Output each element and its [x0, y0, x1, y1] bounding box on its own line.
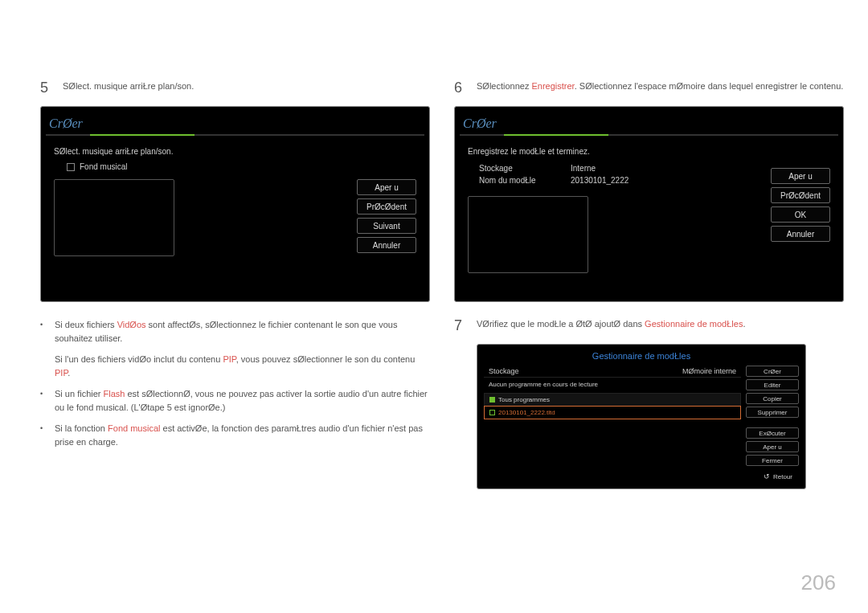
- create-button[interactable]: CrØer: [746, 366, 799, 377]
- edit-button[interactable]: Editer: [746, 379, 799, 390]
- ok-button[interactable]: OK: [771, 206, 830, 223]
- previous-button[interactable]: PrØcØdent: [771, 187, 830, 203]
- mini-left: Stockage MØmoire interne Aucun programme…: [484, 366, 741, 466]
- template-file-row[interactable]: 20130101_2222.tltd: [484, 406, 741, 419]
- preview-area: [54, 179, 174, 256]
- run-button[interactable]: ExØcuter: [746, 427, 799, 439]
- preview-area: [468, 196, 588, 273]
- step-6: 6 SØlectionnez Enregistrer. SØlectionnez…: [454, 80, 844, 95]
- step-5: 5 SØlect. musique arriŁre plan/son.: [40, 80, 430, 95]
- panel-body: Enregistrez le modŁle et terminez. Stock…: [460, 144, 838, 296]
- panel-instruction: Enregistrez le modŁle et terminez.: [468, 147, 830, 156]
- step-number: 6: [454, 80, 477, 95]
- list-header[interactable]: Tous programmes: [484, 393, 741, 406]
- panel-body: SØlect. musique arriŁre plan/son. Fond m…: [46, 144, 424, 296]
- step-number: 5: [40, 80, 63, 95]
- bullet-icon: •: [40, 387, 55, 414]
- panel-accent-bar: [46, 134, 424, 136]
- note-text: Si l'un des fichiers vidØo inclut du con…: [55, 353, 430, 379]
- delete-button[interactable]: Supprimer: [746, 407, 799, 418]
- storage-value: MØmoire interne: [682, 367, 736, 375]
- columns: 5 SØlect. musique arriŁre plan/son. CrØe…: [40, 80, 844, 489]
- step-text: SØlect. musique arriŁre plan/son.: [63, 80, 430, 92]
- step-7: 7 VØrifiez que le modŁle a ØtØ ajoutØ da…: [454, 318, 844, 333]
- left-column: 5 SØlect. musique arriŁre plan/son. CrØe…: [40, 80, 430, 489]
- step-number: 7: [454, 318, 477, 333]
- panel-instruction: SØlect. musique arriŁre plan/son.: [54, 147, 416, 156]
- button-stack: Aper u PrØcØdent OK Annuler: [771, 168, 830, 242]
- note-item: • Si la fonction Fond musical est activØ…: [40, 422, 430, 448]
- step-text: SØlectionnez Enregistrer. SØlectionnez l…: [477, 80, 844, 92]
- storage-value: Interne: [571, 164, 596, 173]
- next-button[interactable]: Suivant: [357, 218, 416, 234]
- preview-button[interactable]: Aper u: [746, 441, 799, 452]
- return-icon: ↺: [764, 472, 770, 480]
- button-stack: Aper u PrØcØdent Suivant Annuler: [357, 179, 416, 253]
- bullet-icon: •: [40, 318, 55, 345]
- storage-label: Stockage: [489, 367, 519, 375]
- note-text: Si la fonction Fond musical est activØe,…: [55, 422, 430, 448]
- return-label[interactable]: Retour: [773, 473, 792, 480]
- note-item: • Si un fichier Flash est sØlectionnØ, v…: [40, 387, 430, 414]
- preview-button[interactable]: Aper u: [357, 179, 416, 195]
- mini-button-stack: CrØer Editer Copier Supprimer ExØcuter A…: [746, 366, 799, 466]
- close-button[interactable]: Fermer: [746, 455, 799, 466]
- bullet-icon: •: [40, 422, 55, 448]
- note-item: Si l'un des fichiers vidØo inclut du con…: [40, 353, 430, 379]
- mini-footer: ↺ Retour: [481, 466, 802, 482]
- create-panel-step6: CrØer Enregistrez le modŁle et terminez.…: [454, 106, 844, 302]
- file-name: 20130101_2222.tltd: [498, 409, 555, 416]
- mini-body: Stockage MØmoire interne Aucun programme…: [481, 366, 802, 466]
- storage-label: Stockage: [479, 164, 551, 173]
- cancel-button[interactable]: Annuler: [357, 237, 416, 253]
- mini-top-row: Stockage MØmoire interne: [484, 366, 741, 378]
- right-column: 6 SØlectionnez Enregistrer. SØlectionnez…: [454, 80, 844, 489]
- list-header-label: Tous programmes: [498, 396, 550, 403]
- panel-accent-bar: [460, 134, 838, 136]
- mini-status: Aucun programme en cours de lecture: [484, 378, 741, 393]
- checkbox-icon: [67, 163, 75, 171]
- document-page: 5 SØlect. musique arriŁre plan/son. CrØe…: [0, 0, 868, 613]
- background-music-checkbox[interactable]: Fond musical: [54, 162, 416, 171]
- step-text: VØrifiez que le modŁle a ØtØ ajoutØ dans…: [477, 318, 844, 330]
- note-item: • Si deux fichiers VidØos sont affectØs,…: [40, 318, 430, 345]
- file-icon: [489, 410, 495, 415]
- copy-button[interactable]: Copier: [746, 393, 799, 404]
- template-manager-panel: Gestionnaire de modŁles Stockage MØmoire…: [477, 344, 806, 489]
- preview-button[interactable]: Aper u: [771, 168, 830, 184]
- notes-list: • Si deux fichiers VidØos sont affectØs,…: [40, 318, 430, 448]
- panel-title: CrØer: [460, 112, 838, 134]
- template-name-label: Nom du modŁle: [479, 176, 551, 185]
- note-text: Si deux fichiers VidØos sont affectØs, s…: [55, 318, 430, 345]
- cancel-button[interactable]: Annuler: [771, 226, 830, 242]
- checkbox-label: Fond musical: [80, 162, 127, 171]
- create-panel-step5: CrØer SØlect. musique arriŁre plan/son. …: [40, 106, 430, 302]
- note-text: Si un fichier Flash est sØlectionnØ, vou…: [55, 387, 430, 414]
- mini-title: Gestionnaire de modŁles: [481, 348, 802, 366]
- template-name-value: 20130101_2222: [571, 176, 628, 185]
- panel-title: CrØer: [46, 112, 424, 134]
- folder-icon: [489, 397, 495, 403]
- previous-button[interactable]: PrØcØdent: [357, 198, 416, 215]
- page-number: 206: [801, 570, 836, 595]
